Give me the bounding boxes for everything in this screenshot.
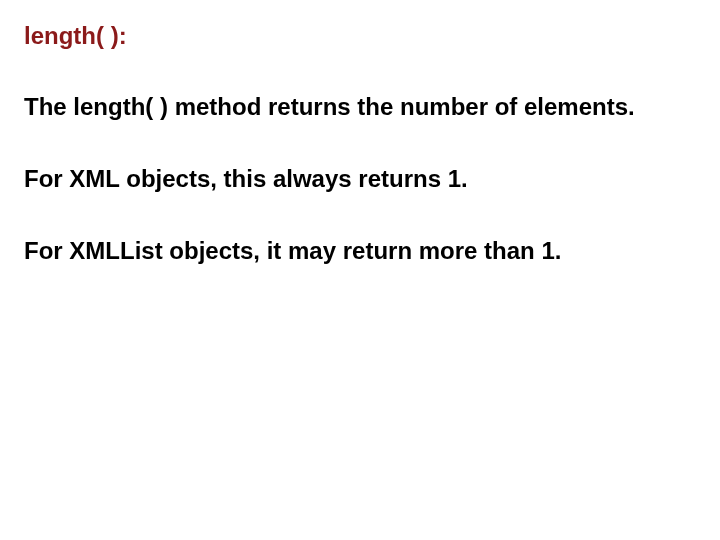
body-paragraph-3: For XMLList objects, it may return more … — [24, 236, 696, 266]
body-paragraph-1: The length( ) method returns the number … — [24, 92, 696, 122]
slide-container: length( ): The length( ) method returns … — [0, 0, 720, 540]
body-paragraph-2: For XML objects, this always returns 1. — [24, 164, 696, 194]
slide-heading: length( ): — [24, 22, 696, 50]
